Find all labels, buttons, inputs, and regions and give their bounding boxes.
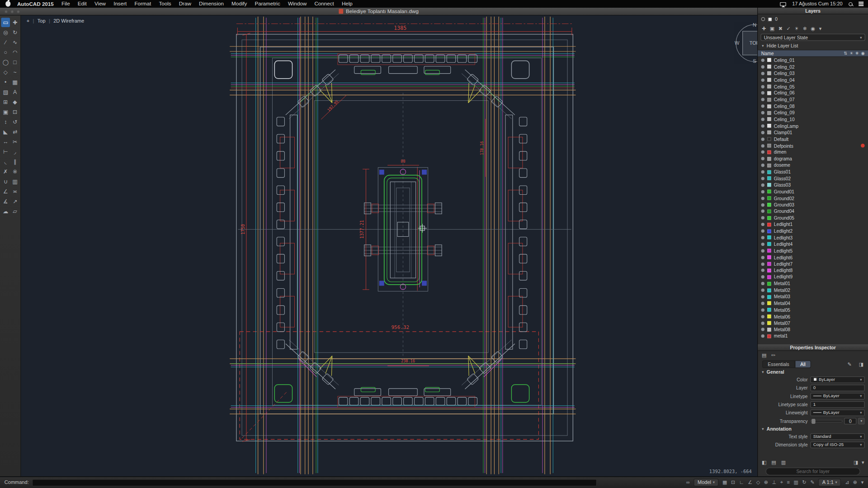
trim-tool[interactable]: ✂ bbox=[10, 137, 19, 146]
layer-color-swatch[interactable] bbox=[767, 236, 771, 240]
layer-row[interactable]: doseme bbox=[758, 162, 868, 169]
layer-color-swatch[interactable] bbox=[767, 249, 771, 253]
layer-row[interactable]: Ledlight9 bbox=[758, 274, 868, 281]
layer-visibility-icon[interactable] bbox=[761, 295, 764, 298]
menu-help[interactable]: Help bbox=[338, 0, 356, 8]
current-layer-name[interactable]: 0 bbox=[775, 16, 778, 22]
menu-tools[interactable]: Tools bbox=[155, 0, 175, 8]
properties-panel-header[interactable]: Properties Inspector bbox=[758, 344, 868, 351]
point-tool[interactable]: • bbox=[1, 77, 10, 87]
layer-row[interactable]: Ledlight3 bbox=[758, 235, 868, 241]
eyedropper-icon[interactable]: ✏ bbox=[771, 352, 775, 358]
object-snap-tracking-toggle[interactable]: ⊕ bbox=[764, 479, 768, 485]
view-cube-top-face[interactable]: TOP bbox=[742, 31, 757, 55]
new-layer-button[interactable]: ✚ bbox=[762, 26, 766, 31]
layer-visibility-icon[interactable] bbox=[761, 256, 764, 259]
app-menu[interactable]: AutoCAD 2015 bbox=[13, 1, 57, 7]
annotation-monitor-toggle[interactable]: ✎ bbox=[810, 479, 814, 485]
pan-tool[interactable]: ✚ bbox=[10, 18, 19, 27]
property-text-style-control[interactable]: Standard▾ bbox=[811, 433, 865, 440]
layer-color-swatch[interactable] bbox=[767, 216, 771, 220]
layer-row[interactable]: Celing_03 bbox=[758, 70, 868, 77]
layer-row[interactable]: Celing_07 bbox=[758, 96, 868, 103]
transparency-slider[interactable] bbox=[811, 420, 843, 422]
layer-color-swatch[interactable] bbox=[767, 308, 771, 312]
menu-connect[interactable]: Connect bbox=[311, 0, 338, 8]
layer-color-swatch[interactable] bbox=[767, 137, 771, 141]
layer-color-swatch[interactable] bbox=[767, 98, 771, 102]
layer-row[interactable]: CelingLamp bbox=[758, 122, 868, 129]
layer-color-swatch[interactable] bbox=[767, 288, 771, 292]
object-snap-toggle[interactable]: ◇ bbox=[756, 479, 760, 485]
viewport-add-button[interactable]: + bbox=[27, 18, 29, 23]
layer-row[interactable]: Ledlight4 bbox=[758, 241, 868, 248]
layer-row[interactable]: Metal03 bbox=[758, 294, 868, 300]
orbit-tool[interactable]: ↻ bbox=[10, 28, 19, 37]
explode-tool[interactable]: ※ bbox=[10, 167, 19, 176]
notification-center-icon[interactable] bbox=[859, 2, 863, 2]
auto-scale-toggle[interactable]: ⊕ bbox=[853, 480, 857, 485]
property-dimension-style-control[interactable]: Copy of ISO-25▾ bbox=[811, 441, 865, 448]
command-input[interactable] bbox=[32, 479, 597, 486]
layer-visibility-icon[interactable] bbox=[761, 262, 764, 265]
chamfer-tool[interactable]: ◟ bbox=[1, 157, 10, 166]
column-lock-icon[interactable]: ◉ bbox=[861, 51, 865, 56]
layer-color-swatch[interactable] bbox=[767, 295, 771, 299]
hatch-tool[interactable]: ▦ bbox=[10, 77, 19, 87]
layer-visibility-icon[interactable] bbox=[761, 216, 764, 220]
layer-row[interactable]: Clamp01 bbox=[758, 129, 868, 136]
view-cube-north[interactable]: N bbox=[753, 22, 756, 28]
layer-row[interactable]: Glass03 bbox=[758, 182, 868, 188]
layer-visibility-icon[interactable] bbox=[761, 269, 764, 272]
layer-row[interactable]: Celing_04 bbox=[758, 77, 868, 84]
layer-row[interactable]: Ground02 bbox=[758, 195, 868, 202]
layer-color-swatch[interactable] bbox=[767, 223, 771, 227]
new-group-button[interactable]: ▣ bbox=[770, 26, 774, 31]
layer-visibility-icon[interactable] bbox=[761, 289, 764, 292]
layer-visibility-icon[interactable] bbox=[761, 223, 764, 226]
rectangle-tool[interactable]: □ bbox=[10, 57, 19, 67]
window-zoom-button[interactable] bbox=[17, 10, 20, 13]
layer-status-icon[interactable] bbox=[761, 17, 765, 21]
viewport-view-menu[interactable]: Top bbox=[38, 18, 46, 23]
transparency-toggle[interactable]: ▥ bbox=[794, 479, 798, 485]
layer-visibility-icon[interactable] bbox=[761, 302, 764, 305]
layer-visibility-icon[interactable] bbox=[761, 190, 764, 193]
layer-row[interactable]: Celing_06 bbox=[758, 90, 868, 97]
layer-color-swatch[interactable] bbox=[767, 124, 771, 128]
status-menu-button[interactable]: ▾ bbox=[861, 480, 864, 485]
text-tool[interactable]: A bbox=[10, 87, 19, 97]
polyline-tool[interactable]: ∿ bbox=[10, 38, 19, 47]
layer-row[interactable]: Glass02 bbox=[758, 175, 868, 182]
sort-icon[interactable]: ⇅ bbox=[844, 51, 847, 56]
window-minimize-button[interactable] bbox=[10, 10, 14, 13]
revision-cloud-tool[interactable]: ☁ bbox=[1, 206, 10, 216]
layers-panel-header[interactable]: Layers bbox=[758, 8, 868, 14]
layer-row[interactable]: Ground03 bbox=[758, 202, 868, 208]
layer-row[interactable]: Celing_10 bbox=[758, 116, 868, 123]
current-layer-color-swatch[interactable] bbox=[768, 17, 772, 21]
layer-state-icon[interactable]: ◧ bbox=[762, 460, 766, 465]
layer-color-swatch[interactable] bbox=[767, 275, 771, 279]
layer-visibility-icon[interactable] bbox=[761, 78, 764, 81]
freeze-layer-button[interactable]: ❄ bbox=[803, 26, 807, 31]
layer-row[interactable]: Ground05 bbox=[758, 215, 868, 221]
transparency-menu-button[interactable]: ▾ bbox=[858, 418, 865, 424]
layer-color-swatch[interactable] bbox=[767, 71, 771, 75]
layer-color-swatch[interactable] bbox=[767, 282, 771, 286]
layer-visibility-icon[interactable] bbox=[761, 334, 764, 338]
layer-visibility-icon[interactable] bbox=[761, 59, 764, 62]
zoom-tool[interactable]: ◎ bbox=[1, 28, 10, 37]
panel-settings-icon[interactable]: ◨ bbox=[859, 361, 863, 366]
circle-tool[interactable]: ○ bbox=[1, 47, 10, 57]
layer-row[interactable]: Ledlight2 bbox=[758, 228, 868, 235]
mirror-tool[interactable]: ⇄ bbox=[10, 127, 19, 136]
column-freeze-icon[interactable]: ❄ bbox=[855, 51, 859, 56]
layer-color-swatch[interactable] bbox=[767, 334, 771, 338]
arc-tool[interactable]: ◠ bbox=[10, 47, 19, 57]
menu-edit[interactable]: Edit bbox=[74, 0, 90, 8]
layer-visibility-icon[interactable] bbox=[761, 137, 764, 141]
match-properties-icon[interactable]: ✎ bbox=[848, 361, 852, 366]
measure-tool[interactable]: ∠ bbox=[1, 187, 10, 196]
ortho-toggle[interactable]: ∟ bbox=[739, 479, 744, 485]
